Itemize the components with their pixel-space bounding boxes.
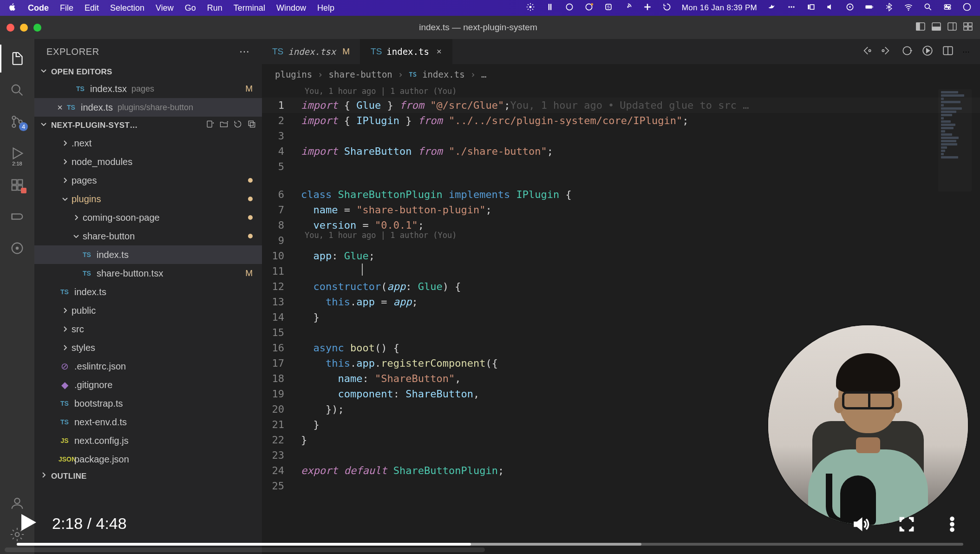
editor-tab[interactable]: TS index.ts × (360, 39, 452, 64)
collapse-all-icon[interactable] (247, 119, 256, 131)
activity-run-debug[interactable]: 2:18 (0, 139, 34, 167)
status-wifi-icon[interactable] (904, 2, 913, 14)
run-config-icon[interactable] (901, 45, 913, 59)
status-circle-icon[interactable] (565, 2, 574, 14)
tree-file[interactable]: JSnext.config.js (34, 431, 262, 450)
nav-back-icon[interactable] (860, 45, 872, 59)
tree-folder[interactable]: styles (34, 338, 262, 357)
minimap[interactable] (938, 89, 972, 191)
status-plus-icon[interactable] (643, 2, 652, 14)
toggle-primary-sidebar-icon[interactable] (915, 21, 926, 34)
menu-window[interactable]: Window (276, 3, 306, 13)
more-actions-icon[interactable]: ⋯ (962, 47, 970, 56)
window-minimize-button[interactable] (20, 24, 28, 32)
tree-folder[interactable]: src (34, 320, 262, 338)
status-siri-icon[interactable] (962, 2, 972, 14)
mac-menubar: Code File Edit Selection View Go Run Ter… (0, 0, 980, 16)
window-zoom-button[interactable] (33, 24, 41, 32)
customize-layout-icon[interactable] (962, 21, 973, 34)
svg-point-51 (882, 50, 884, 52)
toggle-secondary-sidebar-icon[interactable] (947, 21, 958, 34)
tree-folder[interactable]: public (34, 301, 262, 320)
crumb[interactable]: plugins (275, 69, 312, 79)
menubar-clock[interactable]: Mon 16 Jan 8:39 PM (682, 3, 757, 13)
split-editor-icon[interactable] (942, 45, 954, 59)
crumb[interactable]: share-button (329, 69, 392, 79)
menu-go[interactable]: Go (185, 3, 196, 13)
menu-selection[interactable]: Selection (110, 3, 144, 13)
menu-view[interactable]: View (156, 3, 174, 13)
debug-file-icon[interactable] (921, 45, 934, 59)
activity-source-control[interactable]: 4 (0, 108, 34, 136)
status-bird-icon[interactable] (767, 2, 777, 14)
menu-help[interactable]: Help (317, 3, 334, 13)
toggle-panel-icon[interactable] (931, 21, 942, 34)
open-editors-section[interactable]: OPEN EDITORS (34, 64, 262, 79)
editor-tab[interactable]: TS index.tsx M (262, 39, 360, 64)
open-editor-item[interactable]: × TS index.ts plugins/share-button (34, 98, 262, 117)
open-editor-item[interactable]: TS index.tsx pages M (34, 79, 262, 98)
apple-logo-icon[interactable] (8, 3, 17, 13)
activity-remote[interactable] (0, 203, 34, 231)
page-horizontal-scrollbar[interactable] (0, 547, 980, 552)
status-volume-icon[interactable] (826, 2, 835, 14)
project-label: NEXT-PLUGIN-SYST… (51, 121, 137, 130)
editor-scrollbar[interactable] (973, 85, 978, 554)
tree-folder[interactable]: node_modules (34, 152, 262, 171)
tree-file[interactable]: ⊘.eslintrc.json (34, 357, 262, 376)
breadcrumbs[interactable]: plugins › share-button › TS index.ts › … (262, 64, 980, 85)
nav-fwd-icon[interactable] (881, 45, 893, 59)
tree-folder[interactable]: share-button (34, 227, 262, 245)
crumb[interactable]: … (481, 69, 486, 79)
tree-file[interactable]: TSbootstrap.ts (34, 394, 262, 413)
menubar-app-name[interactable]: Code (28, 3, 49, 13)
status-controlcenter-icon[interactable] (943, 2, 952, 14)
status-square-icon[interactable]: 5 (604, 2, 613, 14)
volume-icon[interactable] (852, 515, 870, 535)
new-file-icon[interactable] (205, 119, 215, 131)
status-timemachine-icon[interactable] (662, 2, 672, 14)
menu-run[interactable]: Run (207, 3, 222, 13)
menu-terminal[interactable]: Terminal (234, 3, 265, 13)
more-options-icon[interactable] (943, 515, 961, 535)
status-bluetooth-icon[interactable] (884, 2, 894, 14)
activity-explorer[interactable] (0, 45, 34, 73)
activity-target[interactable] (0, 234, 34, 262)
svg-rect-40 (18, 180, 22, 185)
play-button[interactable] (16, 511, 38, 535)
tree-folder[interactable]: plugins (34, 190, 262, 208)
activity-search[interactable] (0, 76, 34, 104)
tree-folder[interactable]: .next (34, 134, 262, 152)
tree-folder[interactable]: coming-soon-page (34, 208, 262, 227)
menu-edit[interactable]: Edit (85, 3, 99, 13)
status-spotlight-icon[interactable] (923, 2, 933, 14)
tree-file[interactable]: TSindex.ts (34, 245, 262, 264)
status-stage-icon[interactable] (806, 2, 816, 14)
project-section[interactable]: NEXT-PLUGIN-SYST… (34, 117, 262, 134)
video-progress-bar[interactable] (17, 543, 963, 546)
status-gear-icon[interactable] (526, 2, 535, 14)
refresh-icon[interactable] (233, 119, 242, 131)
activity-extensions[interactable] (0, 171, 34, 199)
status-parallels-icon[interactable] (545, 2, 555, 14)
close-editor-icon[interactable]: × (55, 102, 65, 113)
tree-file[interactable]: TSindex.ts (34, 283, 262, 301)
window-close-button[interactable] (7, 24, 14, 32)
tree-folder[interactable]: pages (34, 171, 262, 190)
status-broadcast-icon[interactable] (623, 2, 633, 14)
status-dots-icon[interactable] (787, 2, 796, 14)
explorer-more-icon[interactable]: ⋯ (239, 46, 250, 58)
tree-file[interactable]: JSONpackage.json (34, 450, 262, 468)
status-focus-icon[interactable] (845, 2, 855, 14)
new-folder-icon[interactable] (219, 119, 229, 131)
outline-section[interactable]: OUTLINE (34, 468, 262, 484)
crumb[interactable]: index.ts (422, 69, 465, 79)
status-battery-icon[interactable] (865, 2, 874, 14)
close-tab-icon[interactable]: × (437, 46, 442, 57)
status-media-icon[interactable] (584, 2, 594, 14)
fullscreen-icon[interactable] (897, 515, 916, 535)
tree-file[interactable]: TSshare-button.tsxM (34, 264, 262, 283)
menu-file[interactable]: File (60, 3, 73, 13)
tree-file[interactable]: TSnext-env.d.ts (34, 413, 262, 431)
tree-file[interactable]: ◆.gitignore (34, 376, 262, 394)
